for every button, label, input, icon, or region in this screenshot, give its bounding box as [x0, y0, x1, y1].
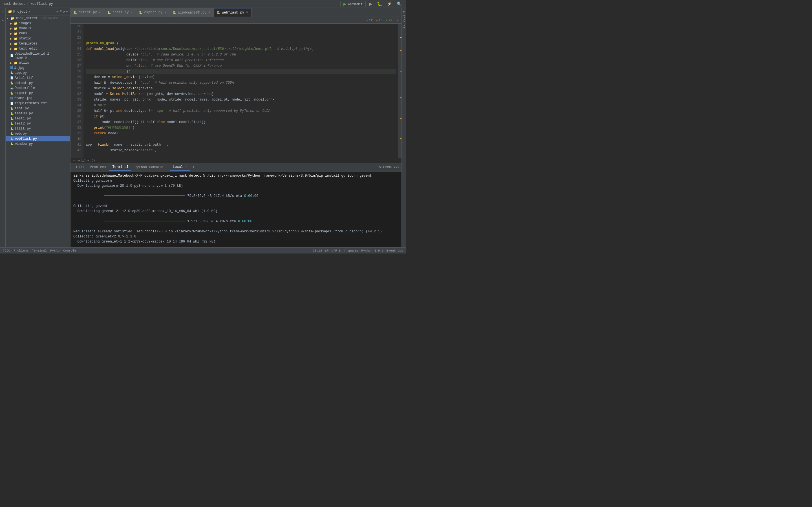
tree-item-tttttpy[interactable]: 🐍 ttttt.py: [6, 126, 70, 131]
locate-icon[interactable]: ⊕: [56, 10, 58, 14]
status-python-version[interactable]: Python 3.9.5: [361, 249, 384, 252]
param: static_url_path: [130, 142, 161, 148]
tab-terminal[interactable]: Terminal: [109, 164, 132, 171]
tab-close[interactable]: ×: [246, 11, 248, 14]
tab-close[interactable]: ×: [98, 11, 101, 14]
status-event-log[interactable]: Event Log: [387, 249, 403, 252]
tree-item-1jpg[interactable]: 🖼 1.jpg: [6, 65, 70, 70]
tab-todo[interactable]: TODO: [73, 164, 87, 170]
tree-item-detectpy[interactable]: 🐍 detect.py: [6, 80, 70, 86]
terminal-line: sinkarsenic@csdehuaweiMatebook-X-Prodaba…: [73, 173, 399, 178]
tab-detect[interactable]: 🐍 detect.py ×: [70, 8, 104, 17]
op: =: [133, 63, 135, 69]
status-python-console[interactable]: Python Console: [50, 249, 76, 252]
tab-python-console[interactable]: Python Console: [132, 164, 166, 170]
tree-item-framejpg[interactable]: 🖼 frame.jpg: [6, 96, 70, 101]
status-position[interactable]: 28:18: [313, 249, 322, 252]
project-icon[interactable]: P: [1, 10, 5, 15]
status-encoding[interactable]: UTF-8: [332, 249, 341, 252]
tree-item-exportpy[interactable]: 🐍 export.py: [6, 91, 70, 96]
func-call: Flask: [98, 142, 108, 148]
status-todo[interactable]: TODO: [3, 249, 10, 252]
status-terminal-tab[interactable]: Terminal: [32, 249, 47, 252]
favorites-icon[interactable]: ★: [1, 18, 5, 22]
tree-item-label: web.py: [15, 132, 27, 136]
status-left: TODO Problems Terminal Python Console: [3, 249, 76, 252]
code-line-29: device = select_device(device): [86, 74, 396, 80]
settings-icon[interactable]: ⚙: [63, 10, 65, 14]
tree-item-testpy[interactable]: 🐍 test.py: [6, 106, 70, 111]
code-content[interactable]: @torch.no_grad() def model_load(weights=…: [84, 24, 398, 158]
tab-export[interactable]: 🐍 export.py ×: [136, 8, 170, 17]
file-tree-tools: ⊕ ≡ ⚙ —: [56, 10, 68, 14]
tab-close[interactable]: ×: [208, 11, 211, 14]
tab-problems[interactable]: Problems: [87, 164, 109, 170]
tab-close[interactable]: ×: [164, 11, 167, 14]
play-icon[interactable]: ▶: [368, 1, 373, 7]
tree-item-test1py[interactable]: 🐍 test1.py: [6, 116, 70, 121]
tree-item-dockerfile[interactable]: 🐋 Dockerfile: [6, 86, 70, 91]
line-num: 33: [73, 97, 81, 103]
tree-item-text-edit[interactable]: ▶ 📁 text_edit: [6, 46, 70, 51]
settings-icon[interactable]: ⚙: [378, 165, 380, 169]
close-panel-icon[interactable]: —: [66, 10, 68, 14]
tree-item-webpy[interactable]: 🐍 web.py: [6, 131, 70, 136]
breadcrumb-label: model_load(): [73, 159, 95, 162]
terminal-local-tab[interactable]: Local ×: [170, 164, 190, 171]
py-icon: 🐍: [10, 122, 13, 125]
tree-item-uploadedfile[interactable]: 📄 UploadedFile(id=1, name=b...: [6, 51, 70, 60]
scroll-mark-yellow: [400, 37, 402, 38]
tab-webflask[interactable]: 🐍 webflask.py ×: [214, 8, 252, 17]
search-icon[interactable]: 🔍: [396, 1, 403, 7]
tree-item-label: images: [19, 21, 31, 25]
status-indent[interactable]: 4 spaces: [344, 249, 359, 252]
tree-item-test00py[interactable]: 🐍 test00.py: [6, 111, 70, 116]
tree-item-images[interactable]: ▶ 📁 images: [6, 21, 70, 26]
keyword: False: [135, 63, 145, 69]
tree-item-requirements[interactable]: 📄 requirements.txt: [6, 101, 70, 106]
tree-item-arial[interactable]: 📄 Arial.ttf: [6, 75, 70, 80]
tree-item-apppy[interactable]: 🐍 app.py: [6, 70, 70, 75]
line-num: 23: [73, 41, 81, 46]
bottom-panel-icons: ⚙ Event Log: [378, 165, 399, 169]
param: dnn: [197, 91, 204, 97]
comment: , # cuda device, i.e. 0 or 0,1,2,3 or cp…: [151, 52, 236, 57]
op: &=: [102, 108, 110, 114]
event-log-label[interactable]: Event Log: [383, 165, 399, 169]
terminal-content[interactable]: sinkarsenic@csdehuaweiMatebook-X-Prodaba…: [70, 172, 402, 247]
tree-item-templates[interactable]: ▶ 📁 templates: [6, 41, 70, 46]
tree-item-test2py[interactable]: 🐍 test2.py: [6, 121, 70, 126]
tree-item-webflaskpy[interactable]: 🐍 webflask.py: [6, 136, 70, 142]
expand-warnings-icon[interactable]: ▲: [397, 18, 399, 22]
debug-icon[interactable]: 🐛: [376, 1, 384, 7]
tab-ttttt[interactable]: 🐍 ttttt.py ×: [104, 8, 136, 17]
code-line-27: dnn=False, # use OpenCV DNN for ONNX inf…: [86, 63, 396, 69]
run-button[interactable]: ▶ webflask ▾: [340, 1, 366, 7]
code-line-35: half &= pt and device.type != 'cpu' # ha…: [86, 108, 396, 114]
coverage-icon[interactable]: ⚡: [386, 1, 393, 7]
check-count[interactable]: ✓ 29: [386, 18, 393, 22]
close-terminal-icon[interactable]: ×: [185, 165, 187, 168]
warning-count[interactable]: ⚠ 12: [366, 18, 373, 22]
tree-item-windowpy[interactable]: 🐍 window.py: [6, 142, 70, 147]
file-icon: 📄: [10, 54, 13, 57]
tree-item-runs[interactable]: ▶ 📁 runs: [6, 31, 70, 36]
run-arrow: ▶: [343, 2, 347, 6]
alert-count[interactable]: △ 18: [376, 18, 383, 22]
tree-item-static[interactable]: ▶ 📁 static: [6, 36, 70, 41]
indent: [86, 103, 94, 108]
tab-label: export.py: [144, 10, 162, 14]
status-problems[interactable]: Problems: [13, 249, 29, 252]
tab-close[interactable]: ×: [130, 11, 133, 14]
tree-item-utils[interactable]: ▶ 📁 utils: [6, 60, 70, 65]
project-dropdown[interactable]: ▾: [29, 10, 30, 13]
collapse-icon[interactable]: ≡: [59, 10, 61, 14]
tab-icon: 🐍: [107, 11, 111, 14]
paren: (: [104, 125, 106, 131]
add-terminal-tab[interactable]: +: [190, 164, 197, 170]
status-line-ending[interactable]: LF: [325, 249, 328, 252]
tree-item-models[interactable]: ▶ 📁 models: [6, 26, 70, 31]
tab-window[interactable]: 🐍 window的副本.py ×: [170, 8, 214, 17]
string: "/Users/sinkarsenic/Downloads/mask_detec…: [133, 46, 271, 52]
root-folder[interactable]: ▾ 📁 mask_detect ~/PycharmPro...: [6, 16, 70, 21]
